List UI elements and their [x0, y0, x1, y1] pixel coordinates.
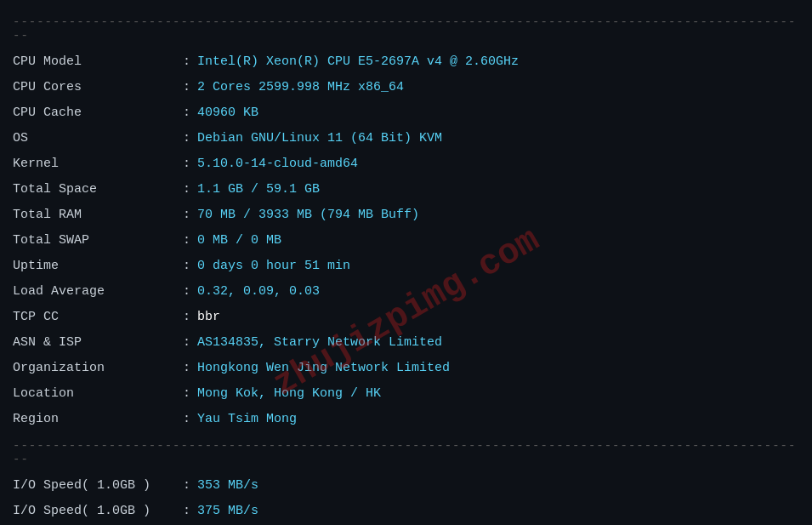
- io-speed-section: I/O Speed( 1.0GB ): 353 MB/sI/O Speed( 1…: [13, 473, 799, 525]
- system-info-row: CPU Model: Intel(R) Xeon(R) CPU E5-2697A…: [13, 49, 799, 75]
- row-value: Yau Tsim Mong: [197, 409, 297, 430]
- top-divider: ----------------------------------------…: [13, 15, 799, 43]
- row-label: Total RAM: [13, 205, 183, 225]
- row-colon: :: [183, 103, 190, 123]
- row-label: ASN & ISP: [13, 333, 183, 353]
- system-info-row: OS: Debian GNU/Linux 11 (64 Bit) KVM: [13, 126, 799, 151]
- row-value: Intel(R) Xeon(R) CPU E5-2697A v4 @ 2.60G…: [197, 52, 519, 72]
- row-value: 0 days 0 hour 51 min: [197, 256, 350, 277]
- row-value: 2 Cores 2599.998 MHz x86_64: [197, 77, 404, 98]
- row-colon: :: [183, 358, 190, 379]
- io-speed-row: I/O Speed( 1.0GB ): 353 MB/s: [13, 473, 799, 499]
- row-colon: :: [183, 77, 190, 98]
- row-value: 0 MB / 0 MB: [197, 231, 281, 251]
- row-value: AS134835, Starry Network Limited: [197, 333, 442, 353]
- row-value: bbr: [197, 307, 220, 328]
- io-speed-row: I/O Speed( 1.0GB ): 375 MB/s: [13, 499, 799, 524]
- row-colon: :: [183, 180, 190, 200]
- row-label: CPU Cores: [13, 77, 183, 98]
- row-colon: :: [183, 231, 190, 251]
- system-info-row: Region: Yau Tsim Mong: [13, 407, 799, 432]
- row-colon: :: [183, 384, 190, 404]
- row-colon: :: [183, 333, 190, 353]
- system-info-row: Kernel: 5.10.0-14-cloud-amd64: [13, 151, 799, 177]
- row-value: Hongkong Wen Jing Network Limited: [197, 358, 450, 379]
- system-info-row: Organization: Hongkong Wen Jing Network …: [13, 356, 799, 381]
- row-label: Uptime: [13, 256, 183, 277]
- row-label: Organization: [13, 358, 183, 379]
- row-label: OS: [13, 128, 183, 149]
- system-info-row: Location: Mong Kok, Hong Kong / HK: [13, 381, 799, 407]
- system-info-section: CPU Model: Intel(R) Xeon(R) CPU E5-2697A…: [13, 49, 799, 432]
- row-label: Total SWAP: [13, 231, 183, 251]
- system-info-row: Total SWAP: 0 MB / 0 MB: [13, 228, 799, 254]
- system-info-row: CPU Cache: 40960 KB: [13, 100, 799, 126]
- io-row-value: 375 MB/s: [197, 501, 258, 522]
- row-colon: :: [183, 205, 190, 225]
- row-label: Load Average: [13, 282, 183, 302]
- row-value: 40960 KB: [197, 103, 258, 123]
- system-info-row: Total RAM: 70 MB / 3933 MB (794 MB Buff): [13, 203, 799, 228]
- row-colon: :: [183, 307, 190, 328]
- io-row-colon: :: [183, 476, 190, 496]
- row-label: Kernel: [13, 154, 183, 174]
- row-colon: :: [183, 282, 190, 302]
- io-row-label: I/O Speed( 1.0GB ): [13, 476, 183, 496]
- row-colon: :: [183, 256, 190, 277]
- row-label: Total Space: [13, 180, 183, 200]
- system-info-row: CPU Cores: 2 Cores 2599.998 MHz x86_64: [13, 75, 799, 100]
- row-colon: :: [183, 128, 190, 149]
- system-info-row: Total Space: 1.1 GB / 59.1 GB: [13, 177, 799, 203]
- system-info-row: Uptime: 0 days 0 hour 51 min: [13, 254, 799, 279]
- row-value: Debian GNU/Linux 11 (64 Bit) KVM: [197, 128, 442, 149]
- row-colon: :: [183, 154, 190, 174]
- row-value: 70 MB / 3933 MB (794 MB Buff): [197, 205, 419, 225]
- row-label: CPU Model: [13, 52, 183, 72]
- row-label: CPU Cache: [13, 103, 183, 123]
- row-value: 0.32, 0.09, 0.03: [197, 282, 320, 302]
- row-colon: :: [183, 52, 190, 72]
- io-row-value: 353 MB/s: [197, 476, 258, 496]
- system-info-row: ASN & ISP: AS134835, Starry Network Limi…: [13, 330, 799, 356]
- row-label: Region: [13, 409, 183, 430]
- row-label: Location: [13, 384, 183, 404]
- row-value: 5.10.0-14-cloud-amd64: [197, 154, 358, 174]
- system-info-row: TCP CC: bbr: [13, 305, 799, 330]
- system-info-row: Load Average: 0.32, 0.09, 0.03: [13, 279, 799, 305]
- row-value: Mong Kok, Hong Kong / HK: [197, 384, 381, 404]
- middle-divider: ----------------------------------------…: [13, 439, 799, 466]
- row-label: TCP CC: [13, 307, 183, 328]
- io-row-colon: :: [183, 501, 190, 522]
- row-value: 1.1 GB / 59.1 GB: [197, 180, 320, 200]
- row-colon: :: [183, 409, 190, 430]
- io-row-label: I/O Speed( 1.0GB ): [13, 501, 183, 522]
